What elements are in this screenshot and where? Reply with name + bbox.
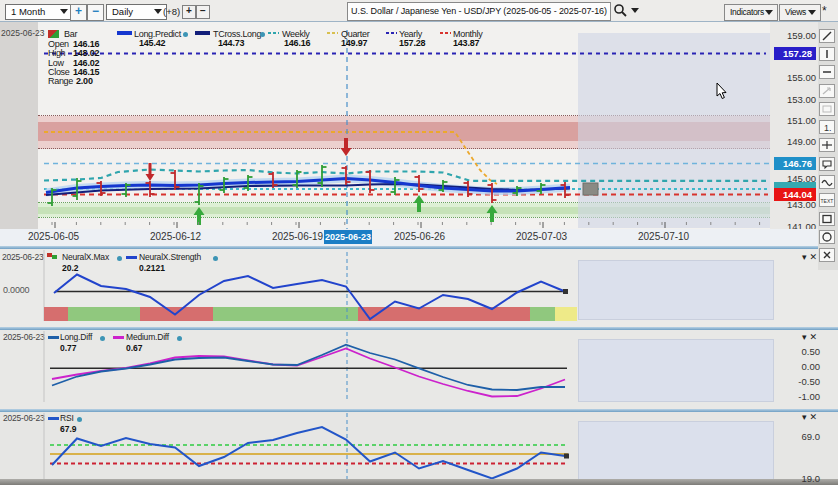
svg-text:1.: 1. xyxy=(824,123,832,133)
svg-text:TEXT: TEXT xyxy=(821,198,834,204)
